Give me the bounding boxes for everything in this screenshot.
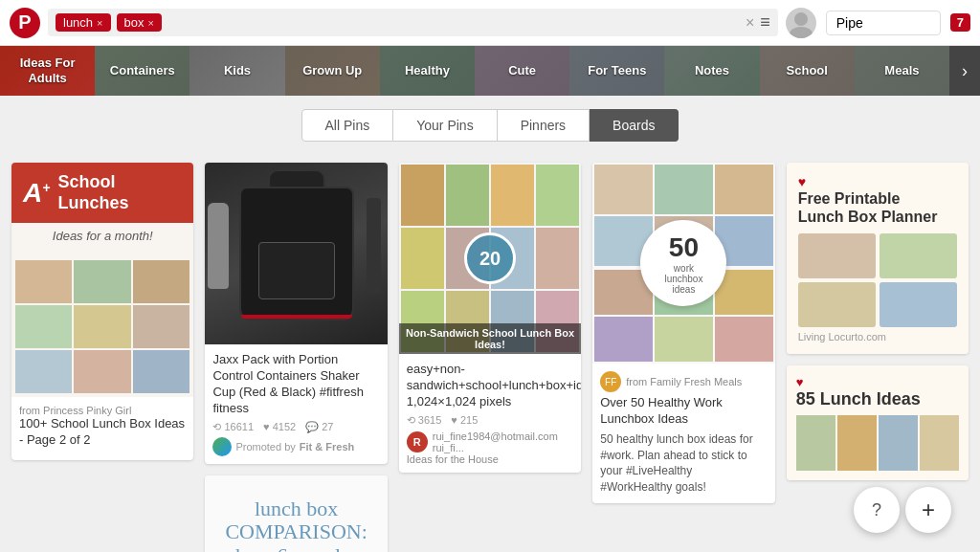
category-healthy[interactable]: Healthy [380,46,475,96]
ideas85-heart-icon: ♥ [796,375,959,389]
tab-your-pins[interactable]: Your Pins [393,109,497,142]
pin-column-4: 50 work lunchbox ideas FF from Fam [592,163,774,503]
pin-title-non-sandwich: easy+non-sandwich+school+lunch+box+ideas… [407,362,573,410]
lunch-grid-cell [74,260,130,303]
search-tag-lunch[interactable]: lunch × [56,13,111,32]
lunch-grid-cell [133,260,189,303]
tag-box-label: box [124,15,145,30]
lunch-grid-cell [15,350,72,393]
pin-card-jaxx[interactable]: Jaxx Pack with Portion Control Container… [205,163,387,464]
i85-cell [837,415,877,471]
user-icon-rui: R [407,431,428,453]
category-label-grown-up: Grown Up [302,63,362,78]
comparison-title: lunch boxCOMPARISON:how 6 popular [225,497,367,552]
family-fresh-icon: FF [600,371,621,392]
pin-title-work: Over 50 Healthy Work Lunchbox Ideas [600,395,767,428]
tag-lunch-label: lunch [63,15,93,30]
pin-card-85-ideas[interactable]: ♥ 85 Lunch Ideas [787,365,969,480]
pin-column-2: Jaxx Pack with Portion Control Container… [205,163,387,552]
category-next-arrow[interactable]: › [949,46,980,96]
filter-tabs: All Pins Your Pins Pinners Boards [0,96,980,151]
pin-card-free-printable[interactable]: ♥ Free PrintableLunch Box Planner Living… [787,163,969,354]
category-containers[interactable]: Containers [95,46,189,96]
category-label-containers: Containers [110,63,175,78]
category-label-kids: Kids [224,63,251,78]
category-cute[interactable]: Cute [475,46,569,96]
pin-card-comparison[interactable]: lunch boxCOMPARISON:how 6 popular [205,475,387,552]
category-ideas-for-adults[interactable]: Ideas For Adults [0,46,95,96]
notification-badge[interactable]: 7 [950,13,970,32]
category-label-notes: Notes [695,63,729,78]
pf-cell [798,282,876,327]
lunch-grid-cell [15,260,72,303]
pin-ideas-house: Ideas for the House [407,453,573,465]
lunch-grid-cell [133,305,189,348]
search-input[interactable] [167,15,740,31]
school-a-icon: A+ [23,178,50,209]
like-count-ns: ♥ 215 [451,414,478,427]
lunch-grid-cell [133,350,189,393]
category-label-cute: Cute [508,63,536,78]
w50-cell [655,165,713,214]
pin-title-jaxx: Jaxx Pack with Portion Control Container… [212,352,379,417]
pf-cell [798,233,876,278]
pin-source-family: from Family Fresh Meals [626,376,742,387]
repin-count-jaxx: ⟲ 16611 [212,421,254,433]
pin-title-school: 100+ School Lunch Box Ideas - Page 2 of … [19,416,186,449]
pf-cell [880,282,957,327]
i85-cell [796,415,835,471]
i85-cell [879,415,918,471]
svg-point-1 [790,27,813,38]
pin-card-work-lunchbox[interactable]: 50 work lunchbox ideas FF from Fam [592,163,774,503]
pf-cell [880,233,957,278]
lunch-grid-cell [15,305,72,348]
svg-point-0 [794,12,808,26]
topbar: P lunch × box × × ≡ 7 [0,0,980,46]
pin-column-3: 20 Non-Sandwich School Lunch Box Ideas! … [399,163,581,473]
search-clear-icon[interactable]: × [746,14,754,32]
category-notes[interactable]: Notes [664,46,759,96]
lunch-grid-cell [74,350,130,393]
pin-user-email: rui_fine1984@hotmail.com rui_fi... [433,431,573,453]
category-kids[interactable]: Kids [189,46,284,96]
tag-box-remove[interactable]: × [147,17,153,29]
w50-cell [715,165,773,214]
work50-badge: 50 work lunchbox ideas [640,220,726,306]
printable-heart-icon: ♥ [798,174,806,189]
category-label-school: School [787,63,828,78]
tag-lunch-remove[interactable]: × [97,17,102,29]
category-grown-up[interactable]: Grown Up [285,46,380,96]
search-menu-icon[interactable]: ≡ [760,12,770,33]
printable-site: Living Locurto.com [798,331,886,342]
tab-pinners[interactable]: Pinners [498,109,590,142]
printable-title: Free PrintableLunch Box Planner [798,189,938,226]
promoted-by: Fit & Fresh [300,441,354,453]
pin-grid: A+ School Lunches Ideas for a month! [0,151,980,552]
school-lunches-title: School Lunches [57,172,182,213]
pin-card-non-sandwich[interactable]: 20 Non-Sandwich School Lunch Box Ideas! … [399,163,581,473]
pin-desc-work: 50 healthy lunch box ideas for #work. Pl… [600,431,767,496]
category-label-ideas-for-adults: Ideas For Adults [6,55,89,85]
add-fab-button[interactable]: + [905,487,951,533]
pin-card-school-lunches[interactable]: A+ School Lunches Ideas for a month! [11,163,193,460]
lunch-grid-cell [74,305,130,348]
category-for-teens[interactable]: For Teens [569,46,664,96]
tab-boards[interactable]: Boards [590,109,679,142]
school-subtitle: Ideas for a month! [11,223,193,249]
w50-cell [594,165,653,214]
search-bar: lunch × box × × ≡ [48,9,778,36]
category-label-for-teens: For Teens [588,63,646,78]
pin-source-1: from Princess Pinky Girl [19,405,186,416]
w50-cell [655,317,713,362]
user-name-input[interactable] [826,11,941,35]
search-tag-box[interactable]: box × [117,13,162,32]
category-school[interactable]: School [760,46,855,96]
promoted-label: Promoted by [235,441,295,453]
help-fab-button[interactable]: ? [854,487,900,533]
ns-badge-20: 20 [464,232,516,284]
category-label-meals: Meals [884,63,919,78]
tab-all-pins[interactable]: All Pins [301,109,394,142]
category-meals[interactable]: Meals [855,46,949,96]
pinterest-logo[interactable]: P [10,8,40,38]
repin-count-ns: ⟲ 3615 [407,414,442,427]
